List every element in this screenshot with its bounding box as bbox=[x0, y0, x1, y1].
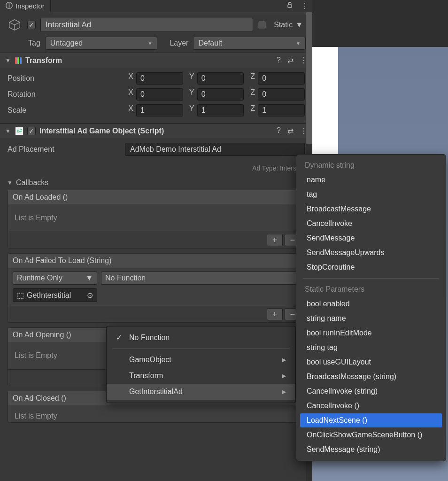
chevron-down-icon: ▼ bbox=[296, 41, 301, 46]
position-z-input[interactable]: 0 bbox=[258, 72, 305, 85]
method-option[interactable]: CancelInvoke bbox=[300, 217, 442, 231]
call-state-dropdown[interactable]: Runtime Only▼ bbox=[13, 272, 97, 285]
ad-type-hint: Ad Type: Interstiti bbox=[0, 163, 312, 176]
script-enabled-checkbox[interactable]: ✓ bbox=[27, 127, 36, 135]
event-empty: List is Empty bbox=[8, 204, 304, 232]
csharp-icon: c# bbox=[15, 127, 23, 135]
foldout-icon: ▼ bbox=[7, 179, 13, 186]
tab-bar: ⓘ Inspector ⋮ bbox=[0, 0, 312, 12]
svg-rect-0 bbox=[288, 5, 292, 8]
event-empty: List is Empty bbox=[8, 405, 304, 422]
lock-icon[interactable] bbox=[282, 1, 297, 11]
enabled-checkbox[interactable]: ✓ bbox=[27, 21, 36, 29]
position-y-input[interactable]: 0 bbox=[197, 72, 244, 85]
event-on-ad-failed: On Ad Failed To Load (String) Runtime On… bbox=[8, 253, 305, 323]
position-row: Position X0 Y0 Z0 bbox=[8, 70, 305, 86]
ad-placement-label: Ad Placement bbox=[8, 145, 125, 154]
static-label: Static bbox=[274, 21, 293, 29]
method-option[interactable]: BroadcastMessage bbox=[300, 202, 442, 216]
method-option[interactable]: bool useGUILayout bbox=[300, 355, 442, 369]
tab-inspector[interactable]: ⓘ Inspector bbox=[0, 0, 51, 12]
cube-icon bbox=[7, 17, 23, 33]
preset-icon[interactable]: ⇄ bbox=[287, 126, 294, 135]
tag-dropdown[interactable]: Untagged▼ bbox=[45, 37, 158, 50]
gameobject-header: ✓ Interstitial Ad ✓ Static ▼ Tag Untagge… bbox=[0, 12, 312, 53]
scale-y-input[interactable]: 1 bbox=[197, 104, 244, 116]
method-option[interactable]: bool runInEditMode bbox=[300, 326, 442, 340]
event-title: On Ad Failed To Load (String) bbox=[8, 254, 304, 268]
rotation-row: Rotation X0 Y0 Z0 bbox=[8, 86, 305, 102]
method-option[interactable]: name bbox=[300, 173, 442, 187]
method-option[interactable]: SendMessageUpwards bbox=[300, 246, 442, 260]
method-option[interactable]: string name bbox=[300, 311, 442, 326]
method-option[interactable]: CancelInvoke (string) bbox=[300, 384, 442, 398]
chevron-down-icon: ▼ bbox=[295, 21, 303, 29]
method-option[interactable]: CancelInvoke () bbox=[300, 399, 442, 413]
chevron-right-icon: ▶ bbox=[282, 357, 286, 363]
chevron-right-icon: ▶ bbox=[282, 372, 286, 379]
tag-label: Tag bbox=[28, 39, 40, 47]
foldout-icon[interactable]: ▼ bbox=[5, 128, 11, 134]
add-listener-button[interactable]: + bbox=[267, 308, 283, 320]
callbacks-foldout[interactable]: ▼ Callbacks bbox=[0, 176, 312, 190]
event-title: On Ad Loaded () bbox=[8, 190, 304, 204]
menu-group-label: Static Parameters bbox=[298, 282, 444, 296]
method-menu: Dynamic string nametagBroadcastMessageCa… bbox=[296, 154, 446, 461]
layer-dropdown[interactable]: Default▼ bbox=[193, 37, 306, 50]
method-option[interactable]: OnClickShowGameSceneButton () bbox=[300, 428, 442, 442]
object-name-input[interactable]: Interstitial Ad bbox=[40, 18, 253, 32]
method-option[interactable]: bool enabled bbox=[300, 297, 442, 311]
help-icon[interactable]: ? bbox=[277, 56, 281, 65]
chevron-down-icon: ▼ bbox=[85, 274, 93, 282]
transform-icon bbox=[15, 57, 22, 64]
layer-label: Layer bbox=[170, 39, 188, 47]
help-icon[interactable]: ? bbox=[277, 126, 281, 135]
rotation-z-input[interactable]: 0 bbox=[258, 88, 305, 101]
scrollbar-thumb[interactable] bbox=[306, 12, 312, 144]
chevron-down-icon: ▼ bbox=[147, 41, 152, 46]
target-object-field[interactable]: ⬚ GetInterstitial ⊙ bbox=[13, 288, 97, 302]
rotation-x-input[interactable]: 0 bbox=[136, 88, 183, 101]
static-checkbox[interactable]: ✓ bbox=[258, 21, 266, 29]
cube-icon: ⬚ bbox=[17, 291, 24, 300]
menu-group-label: Dynamic string bbox=[298, 158, 444, 172]
ad-placement-field[interactable]: AdMob Demo Interstitial Ad bbox=[125, 143, 305, 156]
method-option[interactable]: StopCoroutine bbox=[300, 260, 442, 274]
menu-gameobject[interactable]: GameObject ▶ bbox=[107, 352, 295, 368]
chevron-right-icon: ▶ bbox=[282, 388, 286, 395]
method-option[interactable]: BroadcastMessage (string) bbox=[300, 370, 442, 384]
kebab-icon[interactable]: ⋮ bbox=[297, 1, 312, 10]
foldout-icon[interactable]: ▼ bbox=[5, 57, 11, 64]
function-menu: ✓No Function GameObject ▶ Transform ▶ Ge… bbox=[106, 326, 296, 403]
preset-icon[interactable]: ⇄ bbox=[287, 56, 294, 65]
add-listener-button[interactable]: + bbox=[267, 234, 283, 246]
function-dropdown[interactable]: No Function bbox=[101, 272, 300, 285]
method-option[interactable]: SendMessage bbox=[300, 231, 442, 245]
event-on-ad-loaded: On Ad Loaded () List is Empty + − bbox=[8, 190, 305, 248]
component-title: Interstitial Ad Game Object (Script) bbox=[39, 127, 164, 135]
check-icon: ✓ bbox=[116, 333, 125, 342]
scale-x-input[interactable]: 1 bbox=[136, 104, 183, 116]
component-title: Transform bbox=[25, 56, 62, 65]
scale-z-input[interactable]: 1 bbox=[258, 104, 305, 116]
scale-row: Scale X1 Y1 Z1 bbox=[8, 102, 305, 118]
position-x-input[interactable]: 0 bbox=[136, 72, 183, 85]
method-option[interactable]: string tag bbox=[300, 341, 442, 355]
method-option[interactable]: LoadNextScene () bbox=[300, 413, 442, 427]
object-picker-icon[interactable]: ⊙ bbox=[87, 291, 93, 300]
menu-no-function[interactable]: ✓No Function bbox=[107, 329, 295, 346]
static-dropdown[interactable]: Static ▼ bbox=[271, 21, 306, 29]
menu-getinterstitialad[interactable]: GetInterstitialAd ▶ bbox=[107, 384, 295, 400]
info-icon: ⓘ bbox=[6, 1, 13, 10]
rotation-y-input[interactable]: 0 bbox=[197, 88, 244, 101]
menu-transform[interactable]: Transform ▶ bbox=[107, 368, 295, 384]
method-option[interactable]: tag bbox=[300, 187, 442, 202]
method-option[interactable]: SendMessage (string) bbox=[300, 442, 442, 457]
tab-label: Inspector bbox=[15, 2, 45, 10]
transform-component: ▼ Transform ? ⇄ ⋮ Position X0 Y0 Z0 bbox=[0, 53, 312, 123]
inspector-panel: ⓘ Inspector ⋮ ✓ Interstitial Ad ✓ Static… bbox=[0, 0, 312, 481]
